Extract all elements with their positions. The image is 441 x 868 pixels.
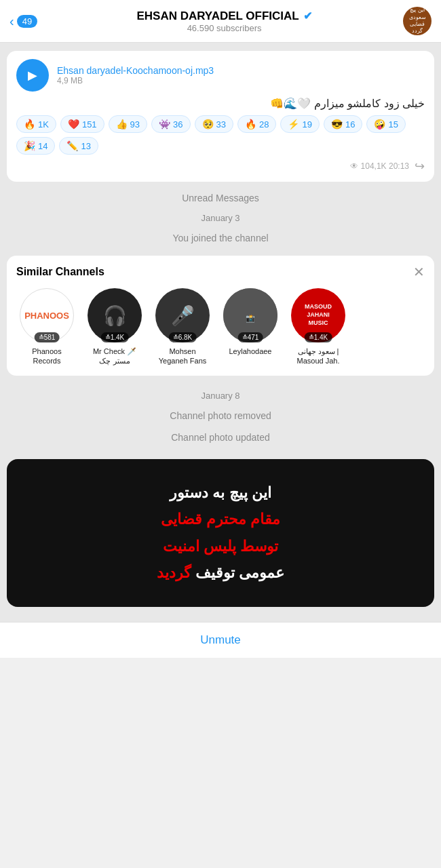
channel-item-leyla[interactable]: 📸 ≛471 Leylahodaee bbox=[220, 288, 281, 366]
jan8-section: January 8 Channel photo removed Channel … bbox=[7, 382, 434, 452]
blocked-text: این پیچ به دستور مقام محترم قضایی توسط پ… bbox=[20, 479, 421, 587]
channel-subs-mrcheck: ≛1.4K bbox=[101, 332, 129, 342]
message-views: 👁 104,1K 20:13 bbox=[350, 161, 409, 171]
message-bubble: ▶ Ehsan daryadel-Koochamoon-oj.mp3 4,9 M… bbox=[7, 51, 434, 182]
message-footer: 👁 104,1K 20:13 ↪ bbox=[16, 159, 425, 174]
channel-item-phanoos[interactable]: PHANOOS ≛581 PhanoosRecords bbox=[16, 288, 77, 366]
reaction-thumbs-up[interactable]: 👍93 bbox=[109, 115, 147, 133]
channel-subs-masoud: ≛1.4K bbox=[305, 332, 332, 342]
message-text: خیلی زود کاملشو میزارم 🤍🌊👊 bbox=[16, 97, 425, 110]
unmute-button[interactable]: Unmute bbox=[200, 633, 241, 646]
channel-avatar-wrap-phanoos: PHANOOS ≛581 bbox=[20, 288, 74, 342]
reaction-party[interactable]: 🎉14 bbox=[16, 137, 55, 155]
svg-text:📸: 📸 bbox=[246, 313, 255, 323]
back-button[interactable]: ‹ 49 bbox=[9, 14, 37, 28]
audio-info: Ehsan daryadel-Koochamoon-oj.mp3 4,9 MB bbox=[57, 65, 425, 85]
channel-item-mohsen[interactable]: 🎤 ≛6.8K MohsenYeganeh Fans bbox=[152, 288, 213, 366]
channel-name-leyla: Leylahodaee bbox=[229, 347, 271, 356]
reaction-lightning[interactable]: ⚡19 bbox=[280, 115, 319, 133]
channel-avatar-wrap-mohsen: 🎤 ≛6.8K bbox=[155, 288, 210, 342]
subscriber-count: 46.590 subscribers bbox=[45, 23, 403, 33]
reaction-heart[interactable]: ❤️151 bbox=[60, 115, 104, 133]
channel-avatar-wrap-mrcheck: 🎧 ≛1.4K bbox=[88, 288, 142, 342]
channel-item-masoud[interactable]: MASOUDJAHANIMUSIC ≛1.4K سعود جهانی |Maso… bbox=[288, 288, 349, 366]
close-similar-button[interactable]: ✕ bbox=[413, 265, 425, 279]
play-button[interactable]: ▶ bbox=[16, 59, 49, 92]
channel-header: ‹ 49 EHSAN DARYADEL OFFICIAL ✔ 46.590 su… bbox=[0, 0, 441, 43]
reactions-row: 🔥1K ❤️151 👍93 👾36 🥺33 🔥28 ⚡19 😎16 🤪15 🎉1… bbox=[16, 115, 425, 155]
back-badge: 49 bbox=[17, 15, 37, 28]
channel-avatar-wrap-masoud: MASOUDJAHANIMUSIC ≛1.4K bbox=[291, 288, 345, 342]
reaction-cool[interactable]: 😎16 bbox=[324, 115, 362, 133]
audio-row: ▶ Ehsan daryadel-Koochamoon-oj.mp3 4,9 M… bbox=[16, 59, 425, 92]
unmute-bar: Unmute bbox=[0, 622, 441, 658]
photo-updated-msg: Channel photo updated bbox=[7, 427, 434, 448]
channel-subs-phanoos: ≛581 bbox=[35, 332, 60, 342]
channels-list: PHANOOS ≛581 PhanoosRecords 🎧 ≛1.4K Mr C… bbox=[16, 288, 425, 366]
similar-channels-card: Similar Channels ✕ PHANOOS ≛581 PhanoosR… bbox=[7, 256, 434, 376]
channel-title: EHSAN DARYADEL OFFICIAL ✔ bbox=[45, 9, 403, 23]
channel-avatar-wrap-leyla: 📸 ≛471 bbox=[223, 288, 277, 342]
similar-channels-title: Similar Channels bbox=[16, 266, 104, 278]
channel-name-phanoos: PhanoosRecords bbox=[32, 347, 61, 366]
channel-subs-mohsen: ≛6.8K bbox=[169, 332, 197, 342]
channel-name-masoud: سعود جهانی |Masoud Jah. bbox=[297, 347, 340, 366]
channel-item-mrcheck[interactable]: 🎧 ≛1.4K Mr Check 🗡️مستر چک bbox=[84, 288, 145, 366]
reaction-pencil[interactable]: ✏️13 bbox=[59, 137, 98, 155]
joined-channel-msg: You joined the channel bbox=[7, 227, 434, 249]
date-label-jan8: January 8 bbox=[7, 387, 434, 405]
date-label-jan3: January 3 bbox=[7, 209, 434, 227]
reaction-crazy[interactable]: 🤪15 bbox=[366, 115, 405, 133]
header-center: EHSAN DARYADEL OFFICIAL ✔ 46.590 subscri… bbox=[45, 9, 403, 33]
forward-icon[interactable]: ↪ bbox=[415, 159, 425, 174]
verified-icon: ✔ bbox=[303, 9, 312, 22]
back-chevron-icon: ‹ bbox=[9, 14, 14, 28]
reaction-fire-1k[interactable]: 🔥1K bbox=[16, 115, 56, 133]
audio-size: 4,9 MB bbox=[57, 76, 425, 85]
audio-title: Ehsan daryadel-Koochamoon-oj.mp3 bbox=[57, 65, 425, 76]
channel-subs-leyla: ≛471 bbox=[238, 332, 263, 342]
reaction-pleading[interactable]: 🥺33 bbox=[195, 115, 233, 133]
channel-avatar[interactable]: این پیچسعودیقضاییگردد bbox=[403, 7, 432, 35]
reaction-fire-28[interactable]: 🔥28 bbox=[237, 115, 276, 133]
channel-name-mrcheck: Mr Check 🗡️مستر چک bbox=[93, 347, 136, 366]
similar-channels-header: Similar Channels ✕ bbox=[16, 265, 425, 279]
unread-messages-label: Unread Messages bbox=[7, 187, 434, 209]
chat-area: ▶ Ehsan daryadel-Koochamoon-oj.mp3 4,9 M… bbox=[0, 43, 441, 622]
reaction-alien[interactable]: 👾36 bbox=[151, 115, 190, 133]
photo-removed-msg: Channel photo removed bbox=[7, 405, 434, 427]
channel-name-mohsen: MohsenYeganeh Fans bbox=[159, 347, 207, 366]
blocked-image: این پیچ به دستور مقام محترم قضایی توسط پ… bbox=[7, 459, 434, 607]
